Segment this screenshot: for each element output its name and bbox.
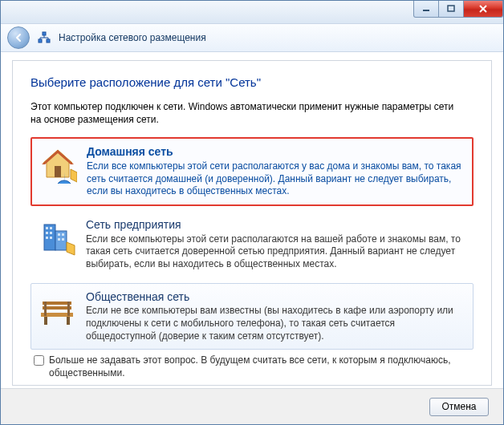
window-controls xyxy=(413,1,503,18)
svg-rect-16 xyxy=(50,237,52,239)
svg-rect-4 xyxy=(47,39,50,42)
svg-rect-18 xyxy=(62,233,64,236)
cancel-button[interactable]: Отмена xyxy=(429,398,489,416)
svg-rect-2 xyxy=(43,32,46,35)
svg-rect-26 xyxy=(67,317,70,325)
main-heading: Выберите расположение для сети "Сеть" xyxy=(30,75,474,89)
option-home-network[interactable]: Домашняя сеть Если все компьютеры этой с… xyxy=(30,137,474,206)
office-icon xyxy=(38,218,76,257)
intro-text: Этот компьютер подключен к сети. Windows… xyxy=(30,100,464,126)
option-public-text: Общественная сеть Если не все компьютеры… xyxy=(86,290,466,343)
option-work-network[interactable]: Сеть предприятия Если все компьютеры это… xyxy=(30,211,474,278)
dont-ask-checkbox[interactable] xyxy=(34,355,44,366)
maximize-button[interactable] xyxy=(439,1,464,18)
svg-marker-21 xyxy=(67,242,75,255)
svg-rect-28 xyxy=(67,302,70,316)
svg-rect-13 xyxy=(46,232,48,234)
option-home-text: Домашняя сеть Если все компьютеры этой с… xyxy=(87,145,465,198)
svg-rect-15 xyxy=(46,237,48,239)
svg-rect-20 xyxy=(62,238,64,241)
option-work-title: Сеть предприятия xyxy=(86,218,466,232)
svg-rect-10 xyxy=(55,231,67,250)
dont-ask-checkbox-row[interactable]: Больше не задавать этот вопрос. В будуще… xyxy=(34,354,451,379)
back-button[interactable] xyxy=(7,26,30,49)
svg-rect-19 xyxy=(58,238,60,241)
body-area: Выберите расположение для сети "Сеть" Эт… xyxy=(1,52,503,424)
svg-marker-8 xyxy=(71,169,77,182)
help-link[interactable]: Помочь выбрать xyxy=(34,384,108,386)
footer-bar: Отмена xyxy=(1,388,503,424)
svg-rect-22 xyxy=(43,302,71,305)
svg-rect-14 xyxy=(50,232,52,234)
option-public-title: Общественная сеть xyxy=(86,290,466,304)
option-public-network[interactable]: Общественная сеть Если не все компьютеры… xyxy=(30,283,474,350)
svg-rect-27 xyxy=(44,302,47,316)
svg-rect-3 xyxy=(39,39,42,42)
option-work-text: Сеть предприятия Если все компьютеры это… xyxy=(86,218,466,271)
bench-icon xyxy=(38,290,76,329)
option-public-desc: Если не все компьютеры вам известны (вы … xyxy=(86,305,466,342)
option-work-desc: Если все компьютеры этой сети располагаю… xyxy=(86,233,466,271)
svg-rect-1 xyxy=(448,6,454,11)
network-icon xyxy=(38,31,51,44)
option-home-title: Домашняя сеть xyxy=(87,145,465,159)
svg-rect-7 xyxy=(55,166,61,177)
close-button[interactable] xyxy=(464,1,503,18)
dont-ask-label: Больше не задавать этот вопрос. В будуще… xyxy=(49,354,451,379)
svg-rect-12 xyxy=(50,227,52,229)
header-strip: Настройка сетевого размещения xyxy=(1,24,503,52)
dialog-window: Настройка сетевого размещения Выберите р… xyxy=(0,0,504,425)
content-panel: Выберите расположение для сети "Сеть" Эт… xyxy=(12,60,492,386)
option-home-desc: Если все компьютеры этой сети располагаю… xyxy=(87,160,465,198)
svg-rect-23 xyxy=(43,306,71,310)
titlebar xyxy=(1,1,503,24)
home-icon xyxy=(39,145,77,184)
svg-rect-11 xyxy=(46,227,48,229)
svg-rect-25 xyxy=(44,317,47,325)
minimize-button[interactable] xyxy=(413,1,439,18)
svg-rect-17 xyxy=(58,233,60,236)
header-title: Настройка сетевого размещения xyxy=(59,32,206,43)
